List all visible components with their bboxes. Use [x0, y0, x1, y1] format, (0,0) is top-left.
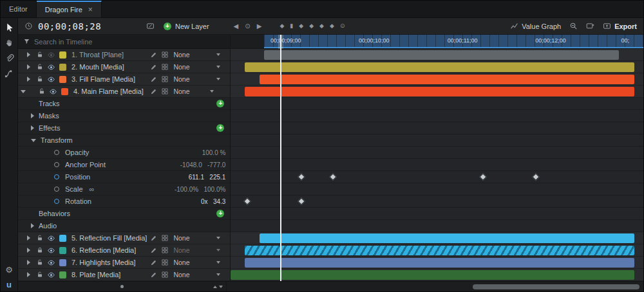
- track-highlights[interactable]: [231, 257, 643, 269]
- blend-mode-dropdown[interactable]: None: [173, 51, 230, 59]
- next-keyframe-icon[interactable]: ▶: [257, 23, 262, 30]
- add-track-button[interactable]: +: [216, 100, 224, 107]
- visibility-eye-icon[interactable]: [47, 271, 55, 279]
- group-row-audio[interactable]: Audio: [18, 220, 230, 232]
- lock-icon[interactable]: [36, 51, 44, 59]
- track-behaviors[interactable]: [231, 208, 643, 220]
- keyframe-diamond[interactable]: [479, 173, 486, 180]
- track-scale[interactable]: [231, 183, 643, 196]
- matte-grid-icon[interactable]: [161, 259, 169, 266]
- layer-color-swatch[interactable]: [59, 76, 66, 83]
- track-reflection-fill[interactable]: [231, 232, 643, 244]
- layer-row-plate[interactable]: 8. Plate [Media] None: [18, 269, 230, 281]
- group-row-tracks[interactable]: Tracks +: [18, 98, 230, 110]
- lock-icon[interactable]: [36, 75, 44, 83]
- track-position[interactable]: [231, 171, 643, 183]
- filter-funnel-icon[interactable]: [23, 38, 30, 45]
- lock-icon[interactable]: [36, 234, 44, 242]
- arrow-down-icon[interactable]: [219, 286, 223, 288]
- keyframe-diamond[interactable]: [298, 173, 305, 180]
- blend-mode-dropdown[interactable]: None: [173, 234, 230, 242]
- blend-mode-dropdown[interactable]: None: [173, 246, 230, 254]
- layer-row-reflection[interactable]: 6. Reflection [Media] None: [18, 244, 230, 257]
- layer-color-swatch[interactable]: [59, 247, 66, 254]
- matte-grid-icon[interactable]: [161, 271, 169, 278]
- matte-grid-icon[interactable]: [161, 234, 169, 242]
- expand-icon[interactable]: [31, 113, 34, 118]
- settings-gear-icon[interactable]: ⚙: [5, 266, 13, 275]
- expand-icon[interactable]: [27, 235, 30, 241]
- expand-icon[interactable]: [31, 223, 34, 228]
- layer-row-main-flame[interactable]: 4. Main Flame [Media] None: [18, 86, 230, 98]
- edit-pencil-icon[interactable]: [150, 63, 158, 71]
- visibility-eye-icon[interactable]: [47, 234, 55, 242]
- property-value[interactable]: 611.1 225.1: [189, 174, 226, 181]
- expand-icon[interactable]: [27, 260, 30, 265]
- expand-icon[interactable]: [27, 52, 30, 57]
- add-behavior-button[interactable]: +: [216, 210, 224, 217]
- layer-row-throat[interactable]: 1. Throat [Plane] None: [18, 49, 230, 61]
- tab-dragon-fire[interactable]: Dragon Fire ×: [37, 1, 102, 17]
- visibility-eye-icon[interactable]: [47, 51, 55, 59]
- layer-bar[interactable]: [260, 75, 634, 84]
- track-plate[interactable]: [231, 269, 643, 281]
- layer-row-fill-flame[interactable]: 3. Fill Flame [Media] None: [18, 73, 230, 86]
- expand-icon[interactable]: [27, 77, 30, 82]
- spline-tool-icon[interactable]: [5, 69, 14, 78]
- add-effect-button[interactable]: +: [216, 124, 224, 132]
- property-value[interactable]: 100.0 %: [202, 149, 226, 156]
- fit-frame-icon[interactable]: [146, 22, 155, 30]
- keyframe-diamond[interactable]: [330, 173, 337, 180]
- hand-tool-icon[interactable]: [5, 38, 14, 48]
- visibility-eye-icon[interactable]: [49, 87, 57, 96]
- collapse-icon[interactable]: [31, 139, 36, 142]
- keyframe-diamond[interactable]: [532, 173, 539, 180]
- tab-editor[interactable]: Editor: [1, 1, 37, 17]
- row-height-arrows[interactable]: [213, 282, 223, 291]
- timeline-ruler[interactable]: 00;00;09;0000;00;10;0000;00;11;0000;00;1…: [231, 35, 643, 49]
- clip-tool-icon[interactable]: [5, 53, 14, 63]
- export-button[interactable]: Export: [603, 22, 637, 30]
- expand-icon[interactable]: [27, 248, 30, 253]
- expand-icon[interactable]: [27, 272, 30, 277]
- link-dimensions-icon[interactable]: ∞: [90, 186, 95, 193]
- close-tab-icon[interactable]: ×: [88, 6, 93, 14]
- property-row-anchor-point[interactable]: Anchor Point -1048.0 -777.0: [18, 159, 230, 171]
- keyframe-toggle-icon[interactable]: ◆: [279, 23, 284, 29]
- keyframe-toggle-icon[interactable]: ◆: [319, 23, 324, 29]
- track-fill-flame[interactable]: [231, 73, 643, 86]
- layer-bar[interactable]: [245, 258, 634, 268]
- keyframe-toggle-icon[interactable]: ⊙: [340, 23, 345, 29]
- keyframe-toggle-icon[interactable]: ◆: [330, 23, 334, 29]
- track-opacity[interactable]: [231, 147, 643, 159]
- keyframe-toggle-icon[interactable]: ◆: [299, 23, 303, 29]
- property-row-scale[interactable]: Scale ∞ -100.0% 100.0%: [18, 183, 230, 196]
- prev-keyframe-icon[interactable]: ◀: [234, 23, 239, 30]
- group-row-effects[interactable]: Effects +: [18, 122, 230, 134]
- track-audio[interactable]: [231, 220, 643, 232]
- matte-grid-icon[interactable]: [161, 51, 169, 59]
- layer-color-swatch[interactable]: [59, 271, 66, 278]
- timeline-scrollbar[interactable]: [227, 282, 643, 291]
- track-masks[interactable]: [231, 110, 643, 122]
- property-value[interactable]: -1048.0 -777.0: [180, 161, 226, 169]
- arrow-up-icon[interactable]: [213, 286, 217, 288]
- snapshot-icon[interactable]: [586, 22, 594, 30]
- track-mouth[interactable]: [231, 61, 643, 73]
- lock-icon[interactable]: [36, 259, 44, 266]
- search-input[interactable]: [34, 38, 225, 46]
- layer-bar[interactable]: [231, 270, 634, 280]
- keyframe-diamond[interactable]: [298, 197, 305, 205]
- track-rotation[interactable]: [231, 196, 643, 208]
- track-effects[interactable]: [231, 122, 643, 134]
- track-transform[interactable]: [231, 134, 643, 147]
- timeline-panel[interactable]: 00;00;09;0000;00;10;0000;00;11;0000;00;1…: [231, 35, 643, 281]
- layer-bar[interactable]: [245, 87, 634, 96]
- blend-mode-dropdown[interactable]: None: [173, 271, 230, 278]
- matte-grid-icon[interactable]: [161, 63, 169, 71]
- panel-scrollbar[interactable]: [18, 282, 227, 291]
- keyframe-diamond[interactable]: [243, 197, 251, 205]
- scrollbar-dot[interactable]: [120, 285, 124, 288]
- new-layer-button[interactable]: + New Layer: [164, 23, 209, 30]
- matte-grid-icon[interactable]: [161, 246, 169, 254]
